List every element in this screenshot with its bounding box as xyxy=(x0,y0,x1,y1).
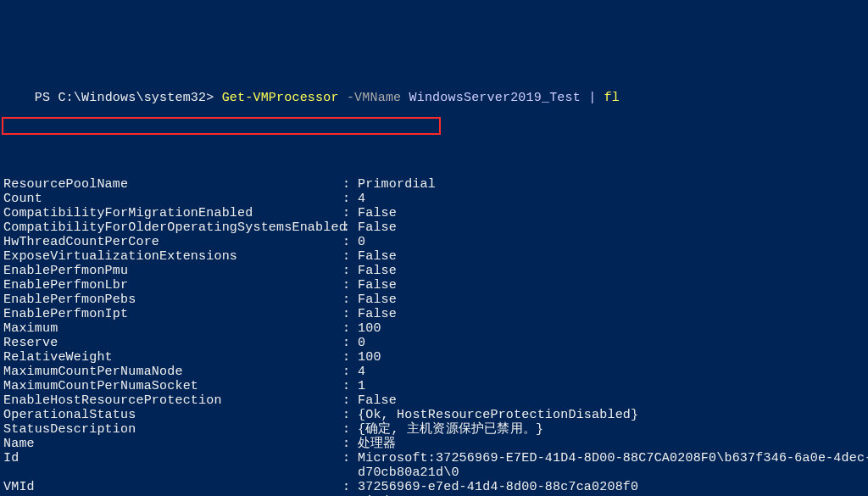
output-row: EnablePerfmonPmu: False xyxy=(3,264,865,278)
property-label: HwThreadCountPerCore xyxy=(3,235,342,249)
property-label: CompatibilityForMigrationEnabled xyxy=(3,206,342,220)
property-value: 100 xyxy=(358,350,865,365)
param-name: -VMName xyxy=(347,91,401,105)
property-label: Id xyxy=(3,451,342,465)
cmdlet-name: Get-VMProcessor xyxy=(222,91,339,105)
property-label: CompatibilityForOlderOperatingSystemsEna… xyxy=(3,220,342,235)
property-value: False xyxy=(358,278,865,293)
output-row: Name: 处理器 xyxy=(3,437,865,451)
output-row: EnableHostResourceProtection: False xyxy=(3,393,865,408)
output-row: EnablePerfmonPebs: False xyxy=(3,293,865,307)
colon-separator: : xyxy=(342,264,358,278)
colon-separator: : xyxy=(342,192,358,206)
property-label: Reserve xyxy=(3,336,342,350)
ps-prompt: PS C:\Windows\system32> xyxy=(35,91,214,105)
property-value: False xyxy=(358,393,865,408)
output-row: MaximumCountPerNumaNode: 4 xyxy=(3,365,865,379)
property-label: StatusDescription xyxy=(3,422,342,437)
colon-separator: : xyxy=(342,220,358,235)
colon-separator: : xyxy=(342,437,358,451)
output-row: StatusDescription: {确定, 主机资源保护已禁用。} xyxy=(3,422,865,437)
property-value: 0 xyxy=(358,235,865,249)
colon-separator: : xyxy=(342,307,358,321)
output-row: EnablePerfmonLbr: False xyxy=(3,278,865,293)
output-row: Maximum: 100 xyxy=(3,321,865,336)
colon-separator: : xyxy=(342,206,358,220)
property-value: 处理器 xyxy=(358,437,865,451)
colon-separator: : xyxy=(342,278,358,293)
property-label: EnablePerfmonPmu xyxy=(3,264,342,278)
colon-separator: : xyxy=(342,321,358,336)
property-value: False xyxy=(358,249,865,264)
property-value: {Ok, HostResourceProtectionDisabled} xyxy=(358,408,865,422)
output-row: CompatibilityForOlderOperatingSystemsEna… xyxy=(3,220,865,235)
colon-separator: : xyxy=(342,350,358,365)
property-label: ResourcePoolName xyxy=(3,177,342,192)
property-label: MaximumCountPerNumaNode xyxy=(3,365,342,379)
output-row: ExposeVirtualizationExtensions: False xyxy=(3,249,865,264)
property-label: VMId xyxy=(3,480,342,494)
output-row: OperationalStatus: {Ok, HostResourceProt… xyxy=(3,408,865,422)
output-row: RelativeWeight: 100 xyxy=(3,350,865,365)
colon-separator: : xyxy=(342,422,358,437)
output-row: Count: 4 xyxy=(3,192,865,206)
property-value: {确定, 主机资源保护已禁用。} xyxy=(358,422,865,437)
property-label: Name xyxy=(3,437,342,451)
colon-separator: : xyxy=(342,249,358,264)
property-value: 100 xyxy=(358,321,865,336)
property-value: Primordial xyxy=(358,177,865,192)
property-value-continuation: d70cb80a21d\0 xyxy=(3,465,459,480)
property-value: False xyxy=(358,220,865,235)
output-row: Id: Microsoft:37256969-E7ED-41D4-8D00-88… xyxy=(3,451,865,465)
output-row: MaximumCountPerNumaSocket: 1 xyxy=(3,379,865,393)
property-label: EnableHostResourceProtection xyxy=(3,393,342,408)
colon-separator: : xyxy=(342,293,358,307)
property-label: MaximumCountPerNumaSocket xyxy=(3,379,342,393)
property-value: 37256969-e7ed-41d4-8d00-88c7ca0208f0 xyxy=(358,480,865,494)
powershell-terminal[interactable]: PS C:\Windows\system32> PS C:\Windows\sy… xyxy=(0,0,868,496)
output-row: VMId: 37256969-e7ed-41d4-8d00-88c7ca0208… xyxy=(3,480,865,494)
output-row: EnablePerfmonIpt: False xyxy=(3,307,865,321)
colon-separator: : xyxy=(342,393,358,408)
property-label: EnablePerfmonLbr xyxy=(3,278,342,293)
colon-separator: : xyxy=(342,365,358,379)
property-label: Maximum xyxy=(3,321,342,336)
output-row: CompatibilityForMigrationEnabled: False xyxy=(3,206,865,220)
property-value: False xyxy=(358,264,865,278)
colon-separator: : xyxy=(342,379,358,393)
prompt-line: PS C:\Windows\system32> Get-VMProcessor … xyxy=(3,76,865,120)
previous-line-partial: PS C:\Windows\system32> xyxy=(3,22,865,30)
property-label: ExposeVirtualizationExtensions xyxy=(3,249,342,264)
colon-separator: : xyxy=(342,408,358,422)
highlight-rectangle xyxy=(2,117,441,135)
output-row: HwThreadCountPerCore: 0 xyxy=(3,235,865,249)
property-value: 4 xyxy=(358,192,865,206)
colon-separator: : xyxy=(342,480,358,494)
output-row: ResourcePoolName: Primordial xyxy=(3,177,865,192)
pipe-symbol: | xyxy=(588,91,596,105)
property-value: False xyxy=(358,293,865,307)
command-output: ResourcePoolName: PrimordialCount: 4Comp… xyxy=(3,177,865,496)
property-value: False xyxy=(358,307,865,321)
param-value: WindowsServer2019_Test xyxy=(409,91,581,105)
property-label: RelativeWeight xyxy=(3,350,342,365)
property-label: EnablePerfmonIpt xyxy=(3,307,342,321)
property-label: EnablePerfmonPebs xyxy=(3,293,342,307)
property-value: 0 xyxy=(358,336,865,350)
property-value: False xyxy=(358,206,865,220)
property-label: OperationalStatus xyxy=(3,408,342,422)
colon-separator: : xyxy=(342,177,358,192)
property-value: 1 xyxy=(358,379,865,393)
property-value: 4 xyxy=(358,365,865,379)
property-value: Microsoft:37256969-E7ED-41D4-8D00-88C7CA… xyxy=(358,451,868,465)
output-row-continuation: d70cb80a21d\0 xyxy=(3,465,865,480)
format-cmdlet: fl xyxy=(604,91,620,105)
colon-separator: : xyxy=(342,235,358,249)
property-label: Count xyxy=(3,192,342,206)
colon-separator: : xyxy=(342,451,358,465)
output-row: Reserve: 0 xyxy=(3,336,865,350)
colon-separator: : xyxy=(342,336,358,350)
